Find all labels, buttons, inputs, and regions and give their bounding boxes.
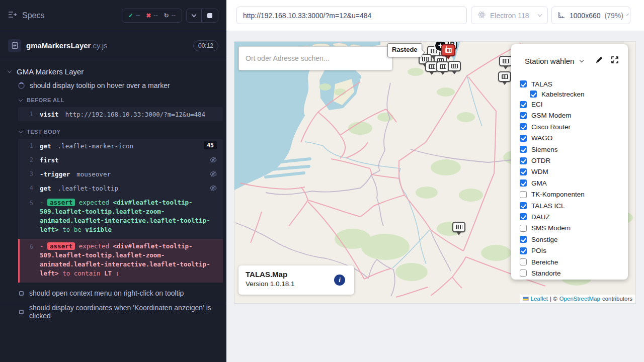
url-input[interactable] — [236, 7, 467, 24]
marker-bubble — [498, 71, 511, 82]
station-layer-panel: Station wählen TALAS Kabelstrecken ECI — [511, 44, 628, 280]
layer-checkbox-row[interactable]: POIs — [520, 245, 628, 256]
marker-tail — [456, 232, 461, 238]
search-input[interactable] — [238, 46, 392, 70]
layer-checkbox-row[interactable]: Cisco Router — [520, 121, 628, 132]
checkbox[interactable] — [520, 112, 527, 119]
before-all-section[interactable]: BEFORE ALL — [19, 97, 218, 103]
aut-toolbar: Electron 118 1000x660 (79%) — [226, 0, 644, 31]
checkbox[interactable] — [520, 236, 527, 243]
marker-bubble — [448, 61, 461, 71]
assert-failed-row[interactable]: 6 - assert expected <div#leaflet-tooltip… — [18, 239, 223, 283]
checkbox[interactable] — [520, 80, 527, 87]
map-marker[interactable] — [448, 61, 461, 77]
test-body-section[interactable]: TEST BODY — [19, 129, 218, 135]
osm-link[interactable]: OpenStreetMap — [559, 296, 600, 302]
specs-title: Specs — [22, 11, 44, 20]
command-row[interactable]: 3 -trigger mouseover — [18, 167, 223, 181]
layer-checkbox-row[interactable]: OTDR — [520, 155, 628, 166]
expand-fullscreen-icon[interactable] — [611, 56, 619, 66]
aut-pane: Electron 118 1000x660 (79%) — [226, 0, 644, 362]
checkbox[interactable] — [520, 168, 527, 175]
test-body-commands: 1 get .leaflet-marker-icon 45 2 first 3 … — [18, 139, 223, 283]
checkbox[interactable] — [520, 101, 527, 108]
checkbox[interactable] — [530, 90, 537, 98]
pending-test-row[interactable]: should display coordinates when 'Koordin… — [19, 304, 218, 320]
layer-label: ECI — [531, 101, 543, 108]
edit-pencil-icon[interactable] — [595, 56, 603, 66]
checkbox[interactable] — [520, 135, 527, 142]
assert-badge: assert — [47, 199, 75, 206]
spec-file-row[interactable]: gmaMarkersLayer.cy.js 00:12 — [0, 31, 226, 60]
layer-checkbox-row[interactable]: TALAS — [520, 78, 628, 89]
map-marker[interactable] — [498, 71, 511, 87]
checkbox[interactable] — [520, 202, 527, 209]
test-runner-sidebar: Specs ✓-- ✖-- ↻-- gmaMarkersLayer.cy.js … — [0, 0, 226, 362]
layer-checkbox-row[interactable]: TK-Komponenten — [520, 189, 628, 200]
command-row[interactable]: 4 get .leaflet-tooltip — [18, 181, 223, 195]
layer-label: TALAS — [531, 80, 552, 88]
layer-checkbox-row[interactable]: Sonstige — [520, 234, 628, 245]
sidebar-header: Specs ✓-- ✖-- ↻-- — [0, 0, 226, 31]
layer-checkbox-row[interactable]: Standorte — [520, 267, 628, 279]
command-row[interactable]: 1 visit http://192.168.10.33:3000/?m=12&… — [18, 107, 223, 121]
chevron-down-icon — [8, 69, 12, 73]
chevron-down-icon[interactable] — [580, 58, 584, 62]
info-icon[interactable]: i — [334, 275, 345, 286]
checkbox[interactable] — [520, 213, 527, 220]
checkbox[interactable] — [520, 146, 527, 153]
checkbox[interactable] — [520, 258, 527, 265]
checkbox[interactable] — [520, 123, 527, 130]
checkbox[interactable] — [520, 157, 527, 164]
layer-checkbox-row[interactable]: TALAS ICL — [520, 200, 628, 211]
checkbox[interactable] — [520, 247, 527, 254]
checkbox[interactable] — [520, 269, 527, 277]
marker-tooltip[interactable]: Rastede — [387, 43, 422, 57]
specs-menu-icon[interactable] — [8, 11, 17, 20]
assert-passed-row[interactable]: 5 - assert expected <div#leaflet-tooltip… — [18, 195, 223, 239]
layer-label: TALAS ICL — [531, 202, 565, 210]
layer-checkbox-row[interactable]: WDM — [520, 166, 628, 177]
layer-label: Standorte — [531, 269, 561, 277]
checkbox[interactable] — [520, 191, 527, 198]
spec-file-icon — [8, 39, 21, 52]
layer-checkbox-row[interactable]: DAUZ — [520, 211, 628, 222]
marker-tail — [502, 81, 507, 87]
layer-checkbox-row[interactable]: WAGO — [520, 133, 628, 144]
layer-checkbox-row[interactable]: ECI — [520, 99, 628, 110]
viewport-selector[interactable]: 1000x660 (79%) — [551, 7, 630, 24]
leaflet-link[interactable]: Leaflet — [531, 296, 548, 302]
station-icon — [451, 64, 458, 68]
layer-checkbox-row[interactable]: GSM Modem — [520, 110, 628, 121]
checkbox[interactable] — [520, 225, 527, 232]
app-version: Version 1.0.18.1 — [246, 280, 347, 288]
running-test-row[interactable]: should display tooltip on hover over a m… — [18, 81, 218, 89]
pending-test-row[interactable]: should open context menu on right-click … — [19, 289, 218, 297]
browser-selector[interactable]: Electron 118 — [471, 7, 548, 24]
stat-pending: ↻-- — [164, 12, 176, 19]
layer-label: Siemens — [531, 146, 558, 153]
viewport-zoom: (79%) — [605, 12, 623, 20]
layer-checkbox-row[interactable]: GMA — [520, 177, 628, 189]
collapse-all-button[interactable] — [187, 9, 201, 22]
checkbox[interactable] — [520, 179, 527, 187]
eye-slash-icon — [210, 170, 217, 179]
command-row[interactable]: 1 get .leaflet-marker-icon 45 — [18, 139, 223, 153]
layer-checkbox-row[interactable]: Siemens — [520, 144, 628, 155]
stop-icon — [207, 13, 212, 18]
layer-checkbox-row[interactable]: Kabelstrecken — [520, 89, 628, 99]
map-marker[interactable] — [441, 44, 455, 62]
layer-label: Sonstige — [531, 236, 558, 243]
command-row[interactable]: 2 first — [18, 153, 223, 167]
map-marker[interactable] — [499, 56, 512, 72]
layer-checkbox-row[interactable]: Bereiche — [520, 256, 628, 267]
map-marker[interactable] — [452, 222, 465, 238]
stop-button[interactable] — [201, 9, 218, 22]
layer-checkbox-row[interactable]: SMS Modem — [520, 223, 628, 234]
runner-controls — [186, 9, 218, 23]
layer-list: TALAS Kabelstrecken ECI GSM Modem Cisco … — [511, 78, 628, 279]
panel-title: Station wählen — [525, 57, 574, 65]
suite-row[interactable]: GMA Markers Layer — [8, 67, 218, 76]
test-stats: ✓-- ✖-- ↻-- — [122, 9, 182, 23]
app-info-card: TALAS.Map Version 1.0.18.1 i — [238, 265, 354, 295]
